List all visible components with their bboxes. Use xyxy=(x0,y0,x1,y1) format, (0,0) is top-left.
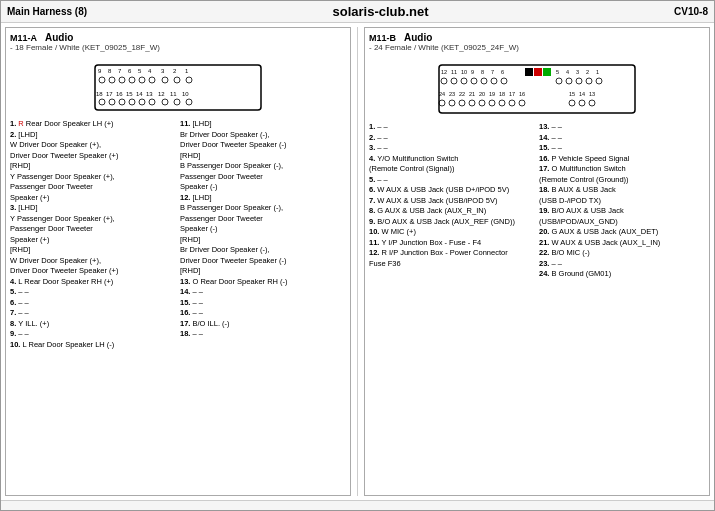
svg-text:18: 18 xyxy=(96,91,103,97)
pin-a-rhd5: [RHD] xyxy=(180,266,346,277)
svg-text:17: 17 xyxy=(509,91,515,97)
svg-text:5: 5 xyxy=(138,68,142,74)
svg-point-28 xyxy=(99,99,105,105)
pin-a-br2: Driver Door Tweeter Speaker (-) xyxy=(180,140,346,151)
pin-b-15: 15. – – xyxy=(539,143,705,154)
pin-a-b2: Passenger Door Tweeter xyxy=(180,172,346,183)
pin-a-y6: Speaker (+) xyxy=(10,235,176,246)
svg-rect-40 xyxy=(543,68,551,76)
pin-a-15: 15. – – xyxy=(180,298,346,309)
pin-b-6: 6. W AUX & USB Jack (USB D+/iPOD 5V) xyxy=(369,185,535,196)
pin-a-8: 8. Y ILL. (+) xyxy=(10,319,176,330)
svg-point-86 xyxy=(569,100,575,106)
panel-b-title: Audio xyxy=(404,32,432,43)
svg-text:12: 12 xyxy=(441,69,447,75)
pin-a-10: 10. L Rear Door Speaker LH (-) xyxy=(10,340,176,351)
svg-point-81 xyxy=(479,100,485,106)
svg-point-88 xyxy=(589,100,595,106)
svg-point-77 xyxy=(439,100,445,106)
svg-point-78 xyxy=(449,100,455,106)
svg-point-82 xyxy=(489,100,495,106)
svg-point-12 xyxy=(119,77,125,83)
svg-text:2: 2 xyxy=(586,69,589,75)
svg-text:22: 22 xyxy=(459,91,465,97)
pin-a-w1: W Driver Door Speaker (+), xyxy=(10,140,176,151)
header: Main Harness (8) solaris-club.net CV10-8 xyxy=(1,1,714,23)
pin-a-18: 18. – – xyxy=(180,329,346,340)
svg-point-87 xyxy=(579,100,585,106)
svg-text:15: 15 xyxy=(569,91,575,97)
svg-point-14 xyxy=(139,77,145,83)
svg-point-34 xyxy=(162,99,168,105)
svg-point-17 xyxy=(174,77,180,83)
header-site: solaris-club.net xyxy=(333,4,429,19)
pin-a-w4: Driver Door Tweeter Speaker (+) xyxy=(10,266,176,277)
svg-text:6: 6 xyxy=(128,68,132,74)
main-content: M11-A Audio - 18 Female / White (KET_090… xyxy=(1,23,714,500)
pin-a-12: 12. [LHD] xyxy=(180,193,346,204)
svg-text:11: 11 xyxy=(170,91,177,97)
pin-table-a-left: 1. R Rear Door Speaker LH (+) 2. [LHD] W… xyxy=(10,119,176,350)
pin-b-20: 20. G AUX & USB Jack (AUX_DET) xyxy=(539,227,705,238)
pin-a-rhd2: [RHD] xyxy=(10,245,176,256)
svg-point-36 xyxy=(186,99,192,105)
svg-point-32 xyxy=(139,99,145,105)
svg-text:9: 9 xyxy=(471,69,474,75)
svg-point-11 xyxy=(109,77,115,83)
pin-b-19b: (USB/iPOD/AUX_GND) xyxy=(539,217,705,228)
svg-text:15: 15 xyxy=(126,91,133,97)
pin-a-1: 1. R Rear Door Speaker LH (+) xyxy=(10,119,176,130)
svg-point-85 xyxy=(519,100,525,106)
svg-point-57 xyxy=(481,78,487,84)
svg-point-29 xyxy=(109,99,115,105)
svg-text:3: 3 xyxy=(161,68,165,74)
pin-a-br4: Driver Door Tweeter Speaker (-) xyxy=(180,256,346,267)
pin-a-b6: Speaker (-) xyxy=(180,224,346,235)
svg-text:2: 2 xyxy=(173,68,177,74)
svg-point-30 xyxy=(119,99,125,105)
svg-text:12: 12 xyxy=(158,91,165,97)
pin-b-5: 5. – – xyxy=(369,175,535,186)
pin-a-6: 6. – – xyxy=(10,298,176,309)
pin-a-5: 5. – – xyxy=(10,287,176,298)
pin-a-br1: Br Driver Door Speaker (-), xyxy=(180,130,346,141)
panel-divider xyxy=(357,27,358,496)
svg-point-56 xyxy=(471,78,477,84)
pin-a-7: 7. – – xyxy=(10,308,176,319)
pin-b-17: 17. O Multifunction Switch xyxy=(539,164,705,175)
pin-table-a-right: 11. [LHD] Br Driver Door Speaker (-), Dr… xyxy=(180,119,346,350)
svg-point-13 xyxy=(129,77,135,83)
connector-a-svg: 9 8 7 6 5 4 3 2 1 xyxy=(93,60,263,115)
pin-a-rhd4: [RHD] xyxy=(180,235,346,246)
svg-text:4: 4 xyxy=(566,69,569,75)
pin-a-b5: Passenger Door Tweeter xyxy=(180,214,346,225)
svg-rect-39 xyxy=(534,68,542,76)
svg-text:9: 9 xyxy=(98,68,102,74)
svg-text:10: 10 xyxy=(461,69,467,75)
svg-point-79 xyxy=(459,100,465,106)
pin-b-12: 12. R I/P Junction Box - Power Connector xyxy=(369,248,535,259)
panel-a-id: M11-A xyxy=(10,33,37,43)
footer xyxy=(1,500,714,510)
connector-b-diagram: 12 11 10 9 8 7 6 5 4 3 2 1 xyxy=(369,60,705,118)
pin-b-16: 16. P Vehicle Speed Signal xyxy=(539,154,705,165)
pin-a-11: 11. [LHD] xyxy=(180,119,346,130)
pin-b-18: 18. B AUX & USB Jack xyxy=(539,185,705,196)
pin-b-24: 24. B Ground (GM01) xyxy=(539,269,705,280)
pin-a-b1: B Passenger Door Speaker (-), xyxy=(180,161,346,172)
panel-a-subtitle: - 18 Female / White (KET_09025_18F_W) xyxy=(10,43,346,52)
pin-a-16: 16. – – xyxy=(180,308,346,319)
pin-a-b3: Speaker (-) xyxy=(180,182,346,193)
svg-point-61 xyxy=(566,78,572,84)
svg-point-60 xyxy=(556,78,562,84)
pin-a-4: 4. L Rear Door Speaker RH (+) xyxy=(10,277,176,288)
svg-point-83 xyxy=(499,100,505,106)
pin-a-14: 14. – – xyxy=(180,287,346,298)
pin-table-b-left: 1. – – 2. – – 3. – – 4. Y/O Multifunctio… xyxy=(369,122,535,280)
svg-point-64 xyxy=(596,78,602,84)
pin-a-y5: Passenger Door Tweeter xyxy=(10,224,176,235)
pin-b-23: 23. – – xyxy=(539,259,705,270)
svg-text:7: 7 xyxy=(491,69,494,75)
svg-text:20: 20 xyxy=(479,91,485,97)
pin-a-y2: Passenger Door Tweeter xyxy=(10,182,176,193)
